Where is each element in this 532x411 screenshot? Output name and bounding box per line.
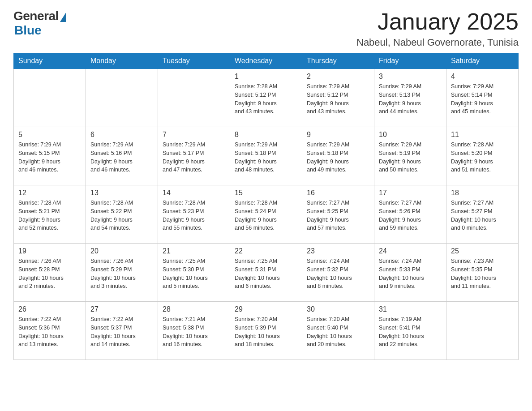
day-info: Sunrise: 7:29 AMSunset: 5:16 PMDaylight:…: [90, 141, 153, 174]
day-info: Sunrise: 7:27 AMSunset: 5:26 PMDaylight:…: [379, 199, 442, 232]
day-info: Sunrise: 7:24 AMSunset: 5:32 PMDaylight:…: [307, 257, 369, 291]
day-number: 15: [235, 189, 297, 197]
calendar-day-header: Friday: [374, 53, 446, 69]
day-number: 26: [18, 305, 81, 313]
day-number: 3: [379, 73, 442, 81]
day-info: Sunrise: 7:29 AMSunset: 5:18 PMDaylight:…: [235, 141, 297, 174]
day-number: 6: [90, 131, 153, 139]
location-title: Nabeul, Nabeul Governorate, Tunisia: [356, 37, 519, 48]
calendar-cell: 29Sunrise: 7:20 AMSunset: 5:39 PMDayligh…: [230, 302, 302, 360]
calendar-cell: 28Sunrise: 7:21 AMSunset: 5:38 PMDayligh…: [158, 302, 230, 360]
day-number: 27: [90, 305, 153, 313]
day-number: 24: [379, 247, 442, 255]
title-area: January 2025 Nabeul, Nabeul Governorate,…: [356, 9, 519, 48]
day-info: Sunrise: 7:29 AMSunset: 5:14 PMDaylight:…: [451, 82, 514, 116]
day-number: 7: [163, 131, 225, 139]
day-number: 9: [307, 131, 369, 139]
day-info: Sunrise: 7:26 AMSunset: 5:28 PMDaylight:…: [18, 257, 81, 291]
day-info: Sunrise: 7:28 AMSunset: 5:21 PMDaylight:…: [18, 199, 81, 232]
day-info: Sunrise: 7:29 AMSunset: 5:13 PMDaylight:…: [379, 82, 442, 116]
calendar-day-header: Thursday: [302, 53, 374, 69]
calendar-header-row: SundayMondayTuesdayWednesdayThursdayFrid…: [14, 53, 519, 69]
calendar-day-header: Tuesday: [158, 53, 230, 69]
day-number: 28: [163, 305, 225, 313]
day-number: 23: [307, 247, 369, 255]
calendar-cell: 31Sunrise: 7:19 AMSunset: 5:41 PMDayligh…: [374, 302, 446, 360]
month-title: January 2025: [356, 9, 519, 34]
day-info: Sunrise: 7:29 AMSunset: 5:17 PMDaylight:…: [163, 141, 225, 174]
logo: General Blue: [13, 9, 66, 38]
calendar-cell: 17Sunrise: 7:27 AMSunset: 5:26 PMDayligh…: [374, 185, 446, 244]
day-info: Sunrise: 7:27 AMSunset: 5:27 PMDaylight:…: [451, 199, 514, 232]
day-info: Sunrise: 7:29 AMSunset: 5:18 PMDaylight:…: [307, 141, 369, 174]
day-info: Sunrise: 7:29 AMSunset: 5:19 PMDaylight:…: [379, 141, 442, 174]
day-number: 21: [163, 247, 225, 255]
calendar-cell: 3Sunrise: 7:29 AMSunset: 5:13 PMDaylight…: [374, 69, 446, 127]
calendar-cell: 7Sunrise: 7:29 AMSunset: 5:17 PMDaylight…: [158, 127, 230, 185]
calendar-cell: 27Sunrise: 7:22 AMSunset: 5:37 PMDayligh…: [86, 302, 158, 360]
day-info: Sunrise: 7:22 AMSunset: 5:36 PMDaylight:…: [18, 315, 81, 349]
day-number: 25: [451, 247, 514, 255]
day-info: Sunrise: 7:24 AMSunset: 5:33 PMDaylight:…: [379, 257, 442, 291]
day-number: 16: [307, 189, 369, 197]
day-info: Sunrise: 7:28 AMSunset: 5:22 PMDaylight:…: [90, 199, 153, 232]
calendar-cell: 5Sunrise: 7:29 AMSunset: 5:15 PMDaylight…: [14, 127, 86, 185]
day-info: Sunrise: 7:29 AMSunset: 5:12 PMDaylight:…: [307, 82, 369, 116]
day-info: Sunrise: 7:22 AMSunset: 5:37 PMDaylight:…: [90, 315, 153, 349]
calendar-week-row: 19Sunrise: 7:26 AMSunset: 5:28 PMDayligh…: [14, 244, 519, 302]
calendar-day-header: Monday: [86, 53, 158, 69]
calendar-day-header: Sunday: [14, 53, 86, 69]
calendar-day-header: Saturday: [446, 53, 519, 69]
calendar-cell: 12Sunrise: 7:28 AMSunset: 5:21 PMDayligh…: [14, 185, 86, 244]
day-number: 30: [307, 305, 369, 313]
calendar-cell: 16Sunrise: 7:27 AMSunset: 5:25 PMDayligh…: [302, 185, 374, 244]
calendar-cell: 11Sunrise: 7:28 AMSunset: 5:20 PMDayligh…: [446, 127, 519, 185]
calendar-table: SundayMondayTuesdayWednesdayThursdayFrid…: [13, 53, 519, 360]
day-number: 20: [90, 247, 153, 255]
day-number: 13: [90, 189, 153, 197]
calendar-body: 1Sunrise: 7:28 AMSunset: 5:12 PMDaylight…: [14, 69, 519, 360]
logo-blue-text: Blue: [14, 23, 42, 38]
day-info: Sunrise: 7:20 AMSunset: 5:39 PMDaylight:…: [235, 315, 297, 349]
calendar-cell: 1Sunrise: 7:28 AMSunset: 5:12 PMDaylight…: [230, 69, 302, 127]
day-info: Sunrise: 7:25 AMSunset: 5:30 PMDaylight:…: [163, 257, 225, 291]
calendar-cell: 14Sunrise: 7:28 AMSunset: 5:23 PMDayligh…: [158, 185, 230, 244]
day-info: Sunrise: 7:25 AMSunset: 5:31 PMDaylight:…: [235, 257, 297, 291]
day-number: 18: [451, 189, 514, 197]
calendar-cell: [86, 69, 158, 127]
day-info: Sunrise: 7:20 AMSunset: 5:40 PMDaylight:…: [307, 315, 369, 349]
day-number: 22: [235, 247, 297, 255]
day-info: Sunrise: 7:28 AMSunset: 5:20 PMDaylight:…: [451, 141, 514, 174]
calendar-cell: 22Sunrise: 7:25 AMSunset: 5:31 PMDayligh…: [230, 244, 302, 302]
page-header: General Blue January 2025 Nabeul, Nabeul…: [13, 9, 519, 48]
calendar-cell: [158, 69, 230, 127]
calendar-cell: 20Sunrise: 7:26 AMSunset: 5:29 PMDayligh…: [86, 244, 158, 302]
calendar-cell: 13Sunrise: 7:28 AMSunset: 5:22 PMDayligh…: [86, 185, 158, 244]
logo-general-text: General: [13, 9, 59, 23]
day-info: Sunrise: 7:28 AMSunset: 5:24 PMDaylight:…: [235, 199, 297, 232]
logo-triangle-icon: [60, 12, 66, 22]
calendar-cell: 26Sunrise: 7:22 AMSunset: 5:36 PMDayligh…: [14, 302, 86, 360]
calendar-cell: 2Sunrise: 7:29 AMSunset: 5:12 PMDaylight…: [302, 69, 374, 127]
calendar-week-row: 1Sunrise: 7:28 AMSunset: 5:12 PMDaylight…: [14, 69, 519, 127]
calendar-cell: 8Sunrise: 7:29 AMSunset: 5:18 PMDaylight…: [230, 127, 302, 185]
day-number: 10: [379, 131, 442, 139]
calendar-cell: 10Sunrise: 7:29 AMSunset: 5:19 PMDayligh…: [374, 127, 446, 185]
day-number: 4: [451, 73, 514, 81]
calendar-cell: 23Sunrise: 7:24 AMSunset: 5:32 PMDayligh…: [302, 244, 374, 302]
calendar-cell: 25Sunrise: 7:23 AMSunset: 5:35 PMDayligh…: [446, 244, 519, 302]
day-number: 12: [18, 189, 81, 197]
day-info: Sunrise: 7:27 AMSunset: 5:25 PMDaylight:…: [307, 199, 369, 232]
calendar-cell: 9Sunrise: 7:29 AMSunset: 5:18 PMDaylight…: [302, 127, 374, 185]
calendar-cell: 15Sunrise: 7:28 AMSunset: 5:24 PMDayligh…: [230, 185, 302, 244]
calendar-week-row: 5Sunrise: 7:29 AMSunset: 5:15 PMDaylight…: [14, 127, 519, 185]
calendar-week-row: 12Sunrise: 7:28 AMSunset: 5:21 PMDayligh…: [14, 185, 519, 244]
calendar-cell: 24Sunrise: 7:24 AMSunset: 5:33 PMDayligh…: [374, 244, 446, 302]
day-info: Sunrise: 7:21 AMSunset: 5:38 PMDaylight:…: [163, 315, 225, 349]
calendar-cell: 30Sunrise: 7:20 AMSunset: 5:40 PMDayligh…: [302, 302, 374, 360]
day-number: 19: [18, 247, 81, 255]
day-info: Sunrise: 7:26 AMSunset: 5:29 PMDaylight:…: [90, 257, 153, 291]
day-number: 8: [235, 131, 297, 139]
day-number: 29: [235, 305, 297, 313]
calendar-cell: 6Sunrise: 7:29 AMSunset: 5:16 PMDaylight…: [86, 127, 158, 185]
